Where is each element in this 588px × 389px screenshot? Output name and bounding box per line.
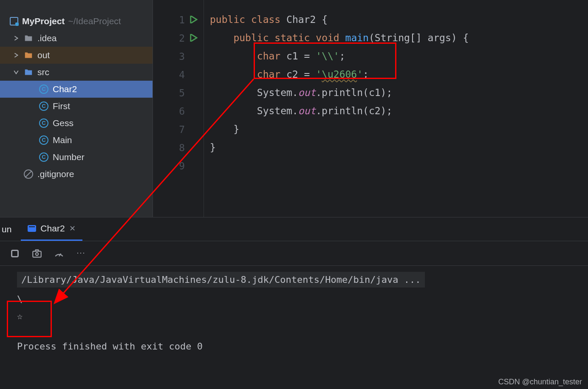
run-toolbar: ⋮ — [0, 241, 588, 266]
line-num: 6 — [179, 106, 185, 117]
console-output-line: \ — [17, 291, 588, 308]
editor[interactable]: 1 2 3 4 5 6 7 8 9 public class Char2 { p… — [153, 0, 588, 217]
folder-icon — [24, 51, 33, 60]
profiler-icon[interactable] — [54, 248, 65, 259]
tree-label: Char2 — [53, 84, 77, 94]
project-path: ~/IdeaProject — [68, 16, 121, 26]
gitignore-icon — [24, 169, 33, 179]
gutter: 1 2 3 4 5 6 7 8 9 — [153, 0, 204, 217]
tree-item-number[interactable]: C Number — [0, 149, 153, 166]
class-icon: C — [39, 101, 48, 111]
tree-item-main[interactable]: C Main — [0, 132, 153, 149]
run-tool-label[interactable]: un — [0, 224, 21, 234]
line-num: 3 — [179, 51, 185, 62]
class-icon: C — [39, 152, 48, 162]
line-num: 4 — [179, 69, 185, 80]
line-num: 8 — [179, 142, 185, 153]
console-exit: Process finished with exit code 0 — [17, 341, 588, 352]
tree-item-gitignore[interactable]: .gitignore — [0, 166, 153, 183]
run-main-icon[interactable] — [190, 33, 198, 44]
line-num: 9 — [179, 161, 185, 172]
project-name: MyProject — [22, 16, 65, 26]
project-tree: MyProject ~/IdeaProject .idea out src C … — [0, 0, 153, 217]
code[interactable]: public class Char2 { public static void … — [204, 0, 588, 217]
run-tab-label: Char2 — [40, 223, 65, 234]
line-num: 5 — [179, 87, 185, 99]
tree-label: .idea — [37, 33, 57, 43]
line-num: 7 — [179, 124, 185, 135]
tree-item-gess[interactable]: C Gess — [0, 115, 153, 132]
project-root[interactable]: MyProject ~/IdeaProject — [0, 13, 153, 30]
folder-icon — [24, 34, 33, 43]
tree-label: out — [37, 50, 50, 60]
module-icon — [9, 17, 19, 26]
console-command: /Library/Java/JavaVirtualMachines/zulu-8… — [17, 272, 425, 288]
tree-label: .gitignore — [37, 169, 74, 179]
run-class-icon[interactable] — [190, 14, 198, 25]
tree-item-idea[interactable]: .idea — [0, 30, 153, 47]
tree-item-out[interactable]: out — [0, 47, 153, 64]
run-panel: un Char2 ✕ ⋮ /Library/Java/JavaVirtualMa… — [0, 217, 588, 389]
class-icon: C — [39, 118, 48, 128]
tree-item-char2[interactable]: C Char2 — [0, 81, 153, 98]
tree-label: First — [53, 101, 70, 111]
more-icon[interactable]: ⋮ — [76, 248, 87, 259]
stop-button[interactable] — [9, 248, 20, 259]
console-output-line: ☆ — [17, 308, 588, 325]
svg-point-1 — [36, 252, 39, 255]
run-tab[interactable]: Char2 ✕ — [21, 217, 82, 241]
tree-item-first[interactable]: C First — [0, 98, 153, 115]
class-icon: C — [39, 85, 48, 94]
chevron-down-icon — [13, 69, 20, 76]
line-num: 1 — [179, 14, 185, 25]
close-icon[interactable]: ✕ — [69, 224, 76, 233]
class-icon: C — [39, 135, 48, 145]
tree-label: src — [37, 67, 49, 77]
tree-label: Gess — [53, 118, 74, 128]
folder-icon — [24, 68, 33, 77]
tree-label: Main — [53, 135, 72, 145]
chevron-right-icon — [13, 35, 20, 42]
tree-label: Number — [53, 152, 85, 162]
chevron-right-icon — [13, 52, 20, 59]
screenshot-icon[interactable] — [31, 248, 42, 259]
run-tab-bar: un Char2 ✕ — [0, 217, 588, 241]
watermark: CSDN @chuntian_tester — [498, 378, 582, 386]
line-num: 2 — [179, 33, 185, 44]
console[interactable]: /Library/Java/JavaVirtualMachines/zulu-8… — [0, 266, 588, 389]
tree-item-src[interactable]: src — [0, 64, 153, 81]
terminal-icon — [28, 225, 36, 232]
svg-rect-0 — [33, 251, 41, 257]
